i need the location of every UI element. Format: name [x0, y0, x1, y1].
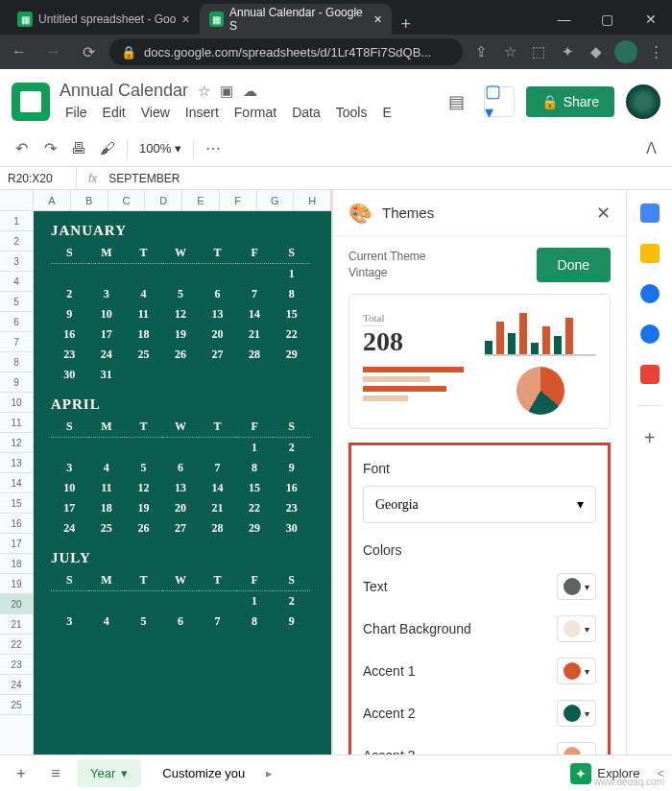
back-button[interactable]: ←: [6, 43, 33, 60]
browser-tab[interactable]: ▦ Untitled spreadsheet - Goo ×: [8, 4, 200, 35]
color-picker[interactable]: ▾: [557, 615, 596, 642]
share-button[interactable]: 🔒 Share: [526, 86, 614, 117]
row-header[interactable]: 6: [0, 312, 33, 332]
menu-file[interactable]: File: [60, 103, 93, 122]
col-header[interactable]: F: [220, 190, 257, 210]
color-picker[interactable]: ▾: [557, 742, 596, 755]
share-icon[interactable]: ⇪: [470, 43, 492, 60]
move-icon[interactable]: ▣: [220, 83, 233, 100]
color-picker[interactable]: ▾: [557, 700, 596, 727]
close-icon[interactable]: ×: [373, 12, 381, 27]
row-header[interactable]: 19: [0, 574, 33, 594]
extension-icon[interactable]: ⬚: [528, 43, 549, 60]
all-sheets-button[interactable]: ≡: [42, 760, 69, 787]
menu-view[interactable]: View: [135, 103, 176, 122]
row-header[interactable]: 12: [0, 433, 33, 453]
address-bar[interactable]: 🔒 docs.google.com/spreadsheets/d/1Lr4T8F…: [109, 38, 463, 65]
zoom-select[interactable]: 100% ▾: [133, 141, 187, 156]
row-header[interactable]: 18: [0, 554, 33, 574]
col-header[interactable]: C: [108, 190, 146, 210]
col-header[interactable]: H: [294, 190, 331, 210]
row-header[interactable]: 25: [0, 695, 33, 715]
row-header[interactable]: 24: [0, 675, 33, 695]
add-addon-button[interactable]: +: [644, 427, 656, 449]
row-header[interactable]: 3: [0, 252, 33, 272]
menu-icon[interactable]: ⋮: [645, 43, 666, 60]
row-header[interactable]: 1: [0, 211, 33, 231]
col-header[interactable]: D: [145, 190, 182, 210]
star-icon[interactable]: ☆: [499, 43, 520, 60]
row-header[interactable]: 8: [0, 352, 33, 372]
present-button[interactable]: ▢ ▾: [484, 86, 515, 117]
row-header[interactable]: 13: [0, 453, 33, 473]
row-header[interactable]: 15: [0, 493, 33, 514]
forward-button[interactable]: →: [40, 43, 67, 60]
row-header[interactable]: 11: [0, 413, 33, 433]
undo-button[interactable]: ↶: [8, 135, 35, 162]
font-select[interactable]: Georgia ▾: [363, 486, 596, 523]
extension2-icon[interactable]: ◆: [586, 43, 607, 60]
menu-more[interactable]: E: [376, 103, 396, 122]
new-tab-button[interactable]: +: [392, 14, 421, 35]
print-button[interactable]: 🖶: [65, 135, 92, 162]
url-text: docs.google.com/spreadsheets/d/1Lr4T8Fi7…: [144, 45, 431, 60]
col-header[interactable]: A: [34, 190, 71, 210]
contacts-icon[interactable]: [640, 324, 660, 344]
maximize-button[interactable]: ▢: [586, 4, 629, 35]
close-icon[interactable]: ×: [181, 12, 189, 27]
sheets-logo[interactable]: [12, 83, 50, 121]
document-title[interactable]: Annual Calendar: [60, 81, 188, 101]
row-header[interactable]: 14: [0, 473, 33, 493]
collapse-toolbar-button[interactable]: ᐱ: [637, 135, 664, 162]
reload-button[interactable]: ⟳: [75, 43, 102, 61]
sheet-tab[interactable]: Customize you: [149, 759, 258, 787]
row-header[interactable]: 23: [0, 655, 33, 675]
close-window-button[interactable]: ✕: [629, 4, 672, 35]
tab-title: Untitled spreadsheet - Goo: [38, 12, 176, 26]
star-icon[interactable]: ☆: [198, 83, 210, 100]
cloud-icon[interactable]: ☁: [243, 83, 257, 100]
comments-icon[interactable]: ▤: [442, 86, 472, 117]
avatar[interactable]: [626, 84, 660, 119]
maps-icon[interactable]: [640, 365, 660, 384]
sheet-tab-active[interactable]: Year ▾: [77, 759, 141, 787]
minimize-button[interactable]: —: [542, 4, 586, 35]
menu-format[interactable]: Format: [228, 103, 282, 122]
col-header[interactable]: E: [182, 190, 220, 210]
row-header[interactable]: 16: [0, 514, 33, 534]
menu-tools[interactable]: Tools: [330, 103, 373, 122]
keep-icon[interactable]: [640, 244, 660, 263]
row-header[interactable]: 9: [0, 372, 33, 393]
row-header[interactable]: 5: [0, 292, 33, 312]
row-header[interactable]: 22: [0, 635, 33, 655]
paint-format-button[interactable]: 🖌: [94, 135, 121, 162]
font-label: Font: [363, 461, 596, 476]
tasks-icon[interactable]: [640, 284, 660, 303]
browser-tab-active[interactable]: ▦ Annual Calendar - Google S ×: [200, 4, 392, 35]
col-header[interactable]: B: [71, 190, 108, 210]
color-picker[interactable]: ▾: [557, 573, 596, 600]
done-button[interactable]: Done: [537, 248, 611, 282]
redo-button[interactable]: ↷: [36, 135, 63, 162]
col-header[interactable]: G: [257, 190, 295, 210]
spreadsheet-grid[interactable]: A B C D E F G H 123456789101112131415161…: [0, 190, 332, 755]
calendar-icon[interactable]: [640, 204, 660, 223]
formula-input[interactable]: SEPTEMBER: [108, 172, 180, 185]
more-button[interactable]: ⋯: [200, 135, 227, 162]
name-box[interactable]: R20:X20: [0, 167, 77, 189]
row-header[interactable]: 7: [0, 332, 33, 352]
menu-data[interactable]: Data: [286, 103, 326, 122]
close-icon[interactable]: ✕: [596, 203, 611, 224]
row-header[interactable]: 2: [0, 231, 33, 252]
row-header[interactable]: 21: [0, 614, 33, 635]
menu-insert[interactable]: Insert: [180, 103, 225, 122]
row-header[interactable]: 20: [0, 594, 33, 614]
profile-icon[interactable]: [614, 40, 637, 63]
row-header[interactable]: 4: [0, 272, 33, 292]
puzzle-icon[interactable]: ✦: [557, 43, 578, 60]
color-picker[interactable]: ▾: [557, 658, 596, 684]
menu-edit[interactable]: Edit: [97, 103, 132, 122]
row-header[interactable]: 10: [0, 393, 33, 413]
row-header[interactable]: 17: [0, 534, 33, 554]
add-sheet-button[interactable]: +: [8, 760, 35, 787]
